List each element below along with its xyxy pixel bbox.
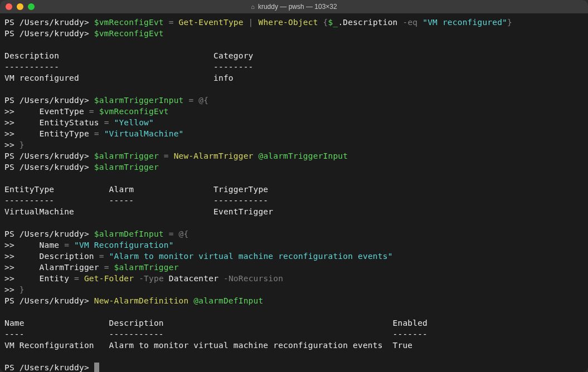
window-title-text: kruddy — pwsh — 103×32	[258, 3, 337, 11]
hashtable-key: AlarmTrigger	[40, 263, 104, 272]
close-icon[interactable]	[6, 3, 12, 10]
variable: $alarmTrigger	[94, 163, 159, 172]
variable: $alarmTrigger	[94, 151, 159, 160]
string: "VirtualMachine"	[104, 129, 184, 138]
prompt: PS /Users/kruddy>	[4, 96, 94, 105]
table-header: Description Category	[4, 51, 254, 60]
string: "VM reconfigured"	[422, 18, 507, 27]
string: "VM Reconfiguration"	[74, 241, 174, 249]
prompt: PS /Users/kruddy>	[4, 18, 94, 27]
terminal-content[interactable]: PS /Users/kruddy> $vmReconfigEvt = Get-E…	[0, 13, 588, 372]
continuation: >>	[4, 118, 14, 127]
cmdlet: Where-Object	[258, 18, 318, 27]
prompt: PS /Users/kruddy>	[4, 363, 94, 372]
titlebar: ⌂ kruddy — pwsh — 103×32	[0, 0, 588, 13]
hashtable-key: Entity	[40, 274, 75, 283]
table-row: VirtualMachine EventTrigger	[4, 207, 273, 216]
cmdlet: New-AlarmDefinition	[94, 296, 189, 305]
table-header: Name Description Enabled	[4, 319, 427, 327]
continuation: >>	[4, 252, 14, 261]
hashtable-key: Description	[40, 252, 99, 261]
hashtable-close: }	[14, 285, 25, 294]
continuation: >>	[4, 263, 14, 272]
hashtable-key: EventType	[40, 107, 89, 116]
continuation: >>	[4, 285, 14, 294]
splat: @alarmTriggerInput	[258, 151, 348, 160]
minimize-icon[interactable]	[17, 3, 23, 10]
pipe: |	[244, 18, 259, 27]
brace: }	[507, 18, 512, 27]
table-divider: ---------- ----- -----------	[4, 196, 268, 205]
continuation: >>	[4, 274, 14, 283]
table-row: VM reconfigured info	[4, 74, 234, 82]
variable: $vmReconfigEvt	[94, 29, 164, 38]
variable: $alarmTriggerInput	[94, 96, 184, 105]
parameter: -NoRecursion	[218, 274, 283, 283]
zoom-icon[interactable]	[28, 3, 35, 10]
continuation: >>	[4, 107, 14, 116]
hashtable-close: }	[14, 140, 25, 149]
home-icon: ⌂	[251, 3, 255, 10]
hashtable-open: @{	[179, 229, 189, 238]
table-header: EntityType Alarm TriggerType	[4, 185, 268, 194]
operator: =	[164, 18, 179, 27]
cmdlet: New-AlarmTrigger	[174, 151, 254, 160]
hashtable-key: Name	[40, 241, 65, 249]
argument: Datacenter	[164, 274, 218, 283]
traffic-lights	[6, 3, 35, 10]
continuation: >>	[4, 140, 14, 149]
table-divider: ----------- --------	[4, 62, 254, 71]
variable: $vmReconfigEvt	[99, 107, 169, 116]
table-row: VM Reconfiguration Alarm to monitor virt…	[4, 341, 412, 350]
prompt: PS /Users/kruddy>	[4, 296, 94, 305]
cmdlet: Get-Folder	[84, 274, 134, 283]
prompt: PS /Users/kruddy>	[4, 29, 94, 38]
hashtable-key: EntityType	[40, 129, 94, 138]
window-title: ⌂ kruddy — pwsh — 103×32	[251, 3, 337, 11]
continuation: >>	[4, 241, 14, 249]
cmdlet: Get-EventType	[179, 18, 244, 27]
cursor-icon	[94, 363, 99, 372]
table-divider: ---- ----------- -------	[4, 330, 427, 339]
pipe-variable: $_	[328, 18, 338, 27]
operator: =	[184, 96, 199, 105]
hashtable-key: EntityStatus	[40, 118, 104, 127]
prompt: PS /Users/kruddy>	[4, 151, 94, 160]
splat: @alarmDefInput	[193, 296, 263, 305]
string: "Yellow"	[114, 118, 154, 127]
prompt: PS /Users/kruddy>	[4, 229, 94, 238]
variable: $vmReconfigEvt	[94, 18, 164, 27]
continuation: >>	[4, 129, 14, 138]
hashtable-open: @{	[198, 96, 208, 105]
prompt: PS /Users/kruddy>	[4, 163, 94, 172]
variable: $alarmTrigger	[114, 263, 179, 272]
terminal-window: ⌂ kruddy — pwsh — 103×32 PS /Users/krudd…	[0, 0, 588, 372]
operator: -eq	[402, 18, 417, 27]
string: "Alarm to monitor virtual machine reconf…	[109, 252, 393, 261]
brace: {	[318, 18, 328, 27]
variable: $alarmDefInput	[94, 229, 164, 238]
member: .Description	[338, 18, 402, 27]
parameter: -Type	[134, 274, 164, 283]
